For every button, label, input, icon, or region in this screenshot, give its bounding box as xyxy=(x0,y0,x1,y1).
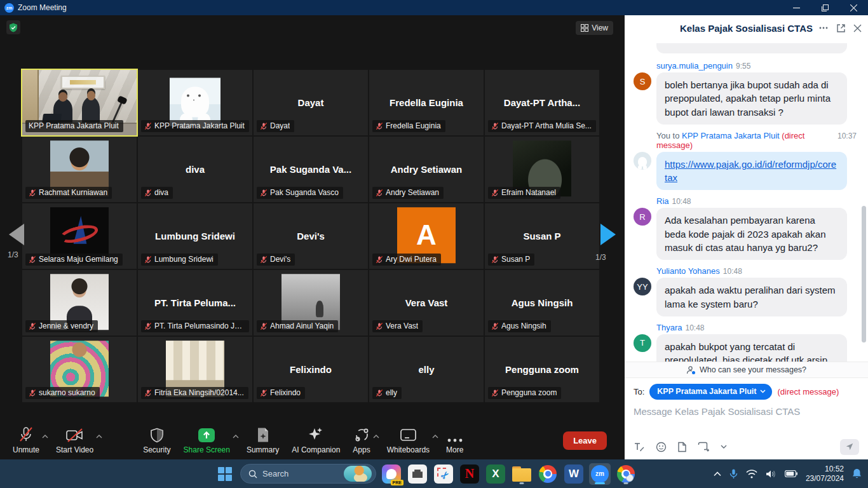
participant-tile[interactable]: Vera VastVera Vast xyxy=(369,270,484,336)
recipient-row: To: KPP Pratama Jakarta Pluit (direct me… xyxy=(625,378,868,405)
participant-tile[interactable]: Dayat-PT Artha...Dayat-PT Artha Mulia Se… xyxy=(485,70,599,135)
search-icon xyxy=(248,470,257,478)
participant-tile[interactable]: AAry Dwi Putera xyxy=(369,203,484,269)
more-button[interactable]: More xyxy=(440,426,470,454)
recipient-selector[interactable]: KPP Pratama Jakarta Pluit xyxy=(649,384,772,400)
participant-label: Pak Suganda Vasco xyxy=(257,187,343,199)
message-author[interactable]: Thyara xyxy=(656,323,682,332)
notification-bell-icon[interactable] xyxy=(852,468,862,479)
participant-tile[interactable]: Fitria Eka Ningsih/02014... xyxy=(138,337,252,402)
volume-icon[interactable] xyxy=(766,470,776,478)
emoji-icon[interactable] xyxy=(656,442,667,452)
chrome-icon[interactable] xyxy=(537,463,559,485)
visibility-notice[interactable]: Who can see your messages? xyxy=(625,362,868,378)
view-button[interactable]: View xyxy=(576,21,613,35)
muted-mic-icon xyxy=(376,122,383,130)
unmute-button[interactable]: Unmute xyxy=(6,426,46,454)
windows-logo-icon xyxy=(218,467,232,481)
muted-mic-icon xyxy=(144,322,152,330)
message-author[interactable]: Yulianto Yohanes xyxy=(656,266,720,276)
participant-tile[interactable]: Pak Suganda Va...Pak Suganda Vasco xyxy=(254,137,368,202)
participant-tile[interactable]: KPP Pratama Jakarta Pluit xyxy=(22,70,137,135)
message-link[interactable]: https://www.pajak.go.id/id/reformdjp/cor… xyxy=(665,159,836,183)
taskbar-clock[interactable]: 10:52 23/07/2024 xyxy=(806,464,844,484)
message-input[interactable]: Message Kelas Pajak Sosialisasi CTAS xyxy=(625,405,868,434)
security-button[interactable]: Security xyxy=(137,426,177,454)
participant-label: Dayat-PT Artha Mulia Se... xyxy=(488,120,596,132)
participant-tile[interactable]: Efraim Natanael xyxy=(485,137,599,202)
muted-mic-icon xyxy=(376,189,383,197)
participant-tile[interactable]: PT. Tirta Peluma...PT. Tirta Pelumasindo… xyxy=(138,270,252,336)
participant-tile[interactable]: Susan PSusan P xyxy=(485,203,599,269)
message-author[interactable]: surya.mulia_penguin xyxy=(656,61,733,71)
next-page-arrow[interactable] xyxy=(600,224,617,245)
chat-scrollbar[interactable] xyxy=(862,206,866,342)
participant-tile[interactable]: ellyelly xyxy=(369,337,484,402)
participant-tile[interactable]: Pengguna zoomPengguna zoom xyxy=(485,337,599,402)
close-window-button[interactable] xyxy=(839,0,868,15)
participant-tile[interactable]: Devi'sDevi's xyxy=(254,203,368,269)
message-bubble: Ada kesalahan pembayaran karena beda kod… xyxy=(656,208,847,260)
participant-tile[interactable]: Agus NingsihAgus Ningsih xyxy=(485,270,599,336)
participant-tile[interactable]: Lumbung SridewiLumbung Sridewi xyxy=(138,203,252,269)
participant-tile[interactable]: sukarno sukarno xyxy=(22,337,137,402)
summary-icon xyxy=(256,426,270,443)
word-icon[interactable]: W xyxy=(563,463,585,485)
chevron-down-small-icon[interactable] xyxy=(721,445,727,449)
avatar: S xyxy=(634,72,651,90)
chrome-profile-icon[interactable] xyxy=(615,463,637,485)
taskbar-search[interactable]: Search xyxy=(240,464,376,484)
maximize-button[interactable] xyxy=(811,0,839,15)
tray-chevron-up-icon[interactable] xyxy=(714,471,721,477)
previous-page-arrow[interactable] xyxy=(9,224,25,245)
format-text-icon[interactable] xyxy=(634,442,645,452)
file-icon[interactable] xyxy=(677,442,687,452)
popout-icon[interactable] xyxy=(836,24,846,33)
participant-tile[interactable]: Ahmad Ainul Yaqin xyxy=(254,270,368,336)
chat-title: Kelas Pajak Sosialisasi CTAS xyxy=(680,23,813,34)
participant-tile[interactable]: FelixindoFelixindo xyxy=(254,337,368,402)
send-button[interactable] xyxy=(840,439,859,455)
ethernet-icon[interactable] xyxy=(407,463,428,485)
wifi-icon[interactable] xyxy=(746,470,757,478)
share-screen-button[interactable]: Share Screen xyxy=(177,426,236,454)
participant-tile[interactable]: DayatDayat xyxy=(254,70,368,135)
netflix-icon[interactable]: N xyxy=(459,463,480,485)
direct-message-label: (direct message) xyxy=(777,387,839,396)
file-explorer-icon[interactable] xyxy=(511,463,532,485)
battery-icon[interactable] xyxy=(785,470,797,477)
participant-tile[interactable]: divadiva xyxy=(138,137,252,202)
summary-button[interactable]: Summary xyxy=(240,426,285,454)
copilot-icon[interactable]: PRE xyxy=(381,463,402,485)
zoom-app-icon[interactable]: zm xyxy=(589,463,611,485)
participant-tile[interactable]: Fredella EuginiaFredella Euginia xyxy=(369,70,484,135)
tray-microphone-icon[interactable] xyxy=(729,469,738,479)
leave-button[interactable]: Leave xyxy=(563,431,607,450)
participant-tile[interactable]: Andry SetiawanAndry Setiawan xyxy=(369,137,484,202)
screen-capture-icon[interactable] xyxy=(698,442,710,452)
message-author[interactable]: KPP Pratama Jakarta Pluit xyxy=(682,131,780,140)
apps-button[interactable]: Apps xyxy=(346,426,376,454)
participant-tile[interactable]: Selaras Maju Gemilang xyxy=(22,203,137,269)
ai-companion-button[interactable]: AI Companion xyxy=(285,426,346,454)
participant-tile[interactable]: Jennie & vendry xyxy=(22,270,137,336)
whiteboards-button[interactable]: Whiteboards xyxy=(381,426,436,454)
snipping-tool-icon[interactable]: ✂ xyxy=(433,463,454,485)
muted-mic-icon xyxy=(29,389,36,397)
participant-label: Pengguna zoom xyxy=(488,387,561,399)
start-button[interactable] xyxy=(214,463,236,485)
excel-icon[interactable]: X xyxy=(485,463,506,485)
start-video-button[interactable]: Start Video xyxy=(50,426,100,454)
close-icon[interactable] xyxy=(853,24,862,32)
zoom-logo-icon: zm xyxy=(4,3,14,13)
message-author[interactable]: Ria xyxy=(656,196,669,206)
person-visibility-icon xyxy=(686,365,696,375)
participant-tile[interactable]: Rachmat Kurniawan xyxy=(22,137,137,202)
minimize-button[interactable] xyxy=(782,0,811,15)
more-icon[interactable] xyxy=(818,23,829,33)
chat-message: Yulianto Yohanes10:48YYapakah ada waktu … xyxy=(634,266,857,316)
participant-tile[interactable]: KPP Pratama Jakarta Pluit xyxy=(138,70,252,135)
participant-label: Ahmad Ainul Yaqin xyxy=(257,320,338,332)
message-time: 10:48 xyxy=(672,197,691,206)
security-shield-icon[interactable] xyxy=(6,20,20,34)
